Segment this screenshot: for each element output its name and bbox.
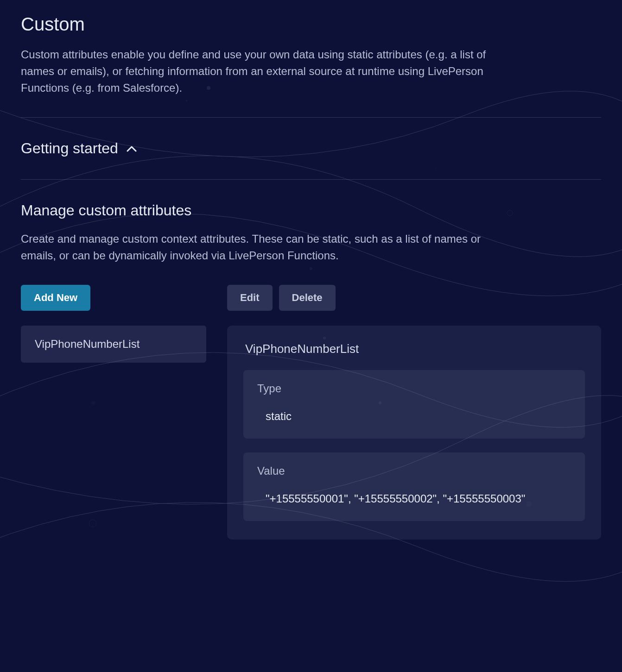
edit-button[interactable]: Edit (227, 285, 273, 311)
section-divider (21, 179, 601, 180)
add-new-button[interactable]: Add New (21, 285, 90, 311)
value-field-value: "+15555550001", "+15555550002", "+155555… (257, 492, 571, 505)
value-field-label: Value (257, 465, 571, 477)
delete-button[interactable]: Delete (279, 285, 336, 311)
manage-description: Create and manage custom context attribu… (21, 231, 489, 264)
attribute-list-item[interactable]: VipPhoneNumberList (21, 326, 206, 363)
manage-title: Manage custom attributes (21, 202, 601, 219)
page-description: Custom attributes enable you define and … (21, 46, 489, 96)
type-field-value: static (257, 410, 571, 423)
attribute-detail-title: VipPhoneNumberList (243, 342, 585, 356)
getting-started-title: Getting started (21, 140, 118, 157)
attribute-detail-panel: VipPhoneNumberList Type static Value "+1… (227, 326, 601, 540)
type-field-card: Type static (243, 370, 585, 439)
getting-started-toggle[interactable]: Getting started (21, 118, 601, 179)
page-title: Custom (21, 14, 601, 35)
value-field-card: Value "+15555550001", "+15555550002", "+… (243, 452, 585, 521)
type-field-label: Type (257, 382, 571, 395)
chevron-up-icon (127, 145, 137, 152)
